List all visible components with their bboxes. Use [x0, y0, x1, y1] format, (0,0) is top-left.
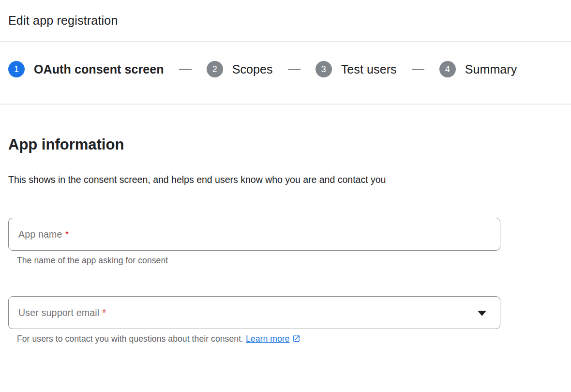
dropdown-arrow-icon [478, 311, 486, 316]
step-connector [288, 69, 301, 70]
page-title: Edit app registration [8, 12, 563, 29]
step-4-circle-icon: 4 [439, 61, 456, 77]
user-support-email-select[interactable]: User support email * [8, 296, 500, 329]
step-4-label: Summary [465, 62, 517, 76]
step-3-label: Test users [341, 62, 397, 76]
section-heading: App information [8, 136, 563, 154]
open-in-new-icon [292, 334, 301, 345]
step-connector [412, 69, 424, 70]
user-support-email-label: User support email [18, 307, 99, 318]
step-summary[interactable]: 4 Summary [439, 61, 517, 77]
user-support-email-helper-text: For users to contact you with questions … [17, 333, 563, 345]
required-asterisk: * [102, 307, 106, 318]
app-name-input[interactable]: App name * [8, 218, 500, 251]
app-name-field-group: App name * The name of the app asking fo… [8, 218, 563, 266]
step-scopes[interactable]: 2 Scopes [207, 61, 273, 77]
step-3-circle-icon: 3 [316, 61, 332, 77]
section-description: This shows in the consent screen, and he… [8, 170, 387, 189]
step-connector [179, 69, 192, 70]
user-support-email-field-group: User support email * For users to contac… [8, 296, 563, 345]
app-name-label: App name [18, 229, 62, 240]
step-1-circle-icon: 1 [8, 61, 25, 77]
page-header: Edit app registration [0, 0, 571, 42]
step-oauth-consent-screen[interactable]: 1 OAuth consent screen [8, 61, 164, 77]
step-1-label: OAuth consent screen [34, 62, 164, 76]
step-2-label: Scopes [232, 62, 273, 76]
step-2-circle-icon: 2 [207, 61, 223, 77]
learn-more-link[interactable]: Learn more [246, 334, 290, 344]
app-name-helper-text: The name of the app asking for consent [17, 255, 563, 266]
helper-text-segment: For users to contact you with questions … [17, 334, 246, 344]
wizard-stepper: 1 OAuth consent screen 2 Scopes 3 Test u… [0, 42, 571, 105]
required-asterisk: * [65, 229, 69, 240]
app-information-section: App information This shows in the consen… [0, 136, 571, 345]
step-test-users[interactable]: 3 Test users [316, 61, 397, 77]
